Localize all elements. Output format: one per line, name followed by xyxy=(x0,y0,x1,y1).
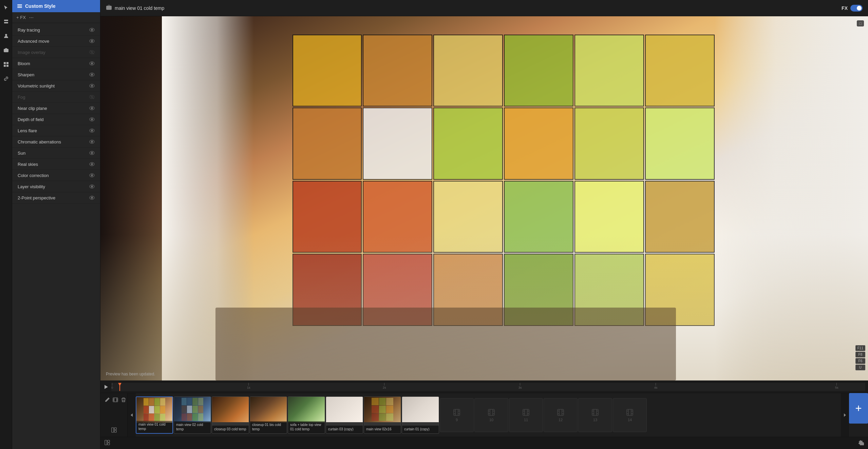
fx-item[interactable]: Layer visibility xyxy=(12,181,100,192)
fx-item-visibility-icon[interactable] xyxy=(89,173,95,178)
filmstrip-empty-slot[interactable]: 13 xyxy=(578,398,612,432)
filmstrip-empty-slot[interactable]: 9 xyxy=(440,398,474,432)
filmstrip-next-btn[interactable] xyxy=(841,393,849,437)
fx-item[interactable]: Volumetric sunlight xyxy=(12,80,100,92)
filmstrip-empty-slot[interactable]: 11 xyxy=(509,398,543,432)
list-item[interactable]: main view 02x16 xyxy=(364,396,401,434)
fx-item[interactable]: Lens flare xyxy=(12,125,100,136)
svg-point-37 xyxy=(91,152,93,154)
fx-item-visibility-icon[interactable] xyxy=(89,184,95,189)
fx-item-visibility-icon[interactable] xyxy=(89,139,95,144)
filmstrip-thumb xyxy=(250,397,287,422)
f8-key-btn[interactable]: F8 xyxy=(855,352,865,357)
filmstrip-thumb xyxy=(136,397,172,423)
u-key-btn[interactable]: U xyxy=(855,365,865,370)
fx-item[interactable]: Color correction xyxy=(12,170,100,181)
camera-topbar-icon xyxy=(106,4,112,12)
filmstrip-thumb xyxy=(212,397,249,422)
list-item[interactable]: curtain 01 (copy) xyxy=(402,396,439,434)
list-item[interactable]: closeup 01 bis cold temp xyxy=(250,396,287,434)
list-item[interactable]: closeup 03 cold temp xyxy=(212,396,249,434)
list-item[interactable]: curtain 03 (copy) xyxy=(326,396,363,434)
fx-item-label: Chromatic aberrations xyxy=(18,139,61,144)
fx-item[interactable]: Chromatic aberrations xyxy=(12,136,100,148)
filmstrip-thumb xyxy=(288,397,325,422)
fullscreen-corner-btn[interactable]: □ xyxy=(857,20,864,26)
add-scene-button[interactable] xyxy=(849,393,868,424)
list-item[interactable]: sofa + table top view 01 cold temp xyxy=(288,396,325,434)
filmstrip-bottom-icon xyxy=(102,426,126,434)
list-item[interactable]: main view 02 cold temp xyxy=(174,396,211,434)
filmstrip-empty-slot[interactable]: 12 xyxy=(544,398,578,432)
fx-item-visibility-icon[interactable] xyxy=(89,195,95,200)
camera-icon[interactable] xyxy=(1,45,11,55)
fx-item[interactable]: Fog xyxy=(12,92,100,103)
slot-number: 12 xyxy=(559,418,563,422)
add-fx-button[interactable]: + FX xyxy=(16,15,26,20)
fx-item-visibility-icon[interactable] xyxy=(89,61,95,66)
play-button[interactable] xyxy=(103,384,109,390)
svg-rect-81 xyxy=(558,409,564,415)
view-title: main view 01 cold temp xyxy=(115,5,842,11)
layers-icon[interactable] xyxy=(1,17,11,26)
fx-item[interactable]: Bloom xyxy=(12,58,100,69)
fx-item-label: Image overlay xyxy=(18,50,45,55)
svg-point-47 xyxy=(108,7,110,9)
link-icon[interactable] xyxy=(1,74,11,83)
fx-item-visibility-icon[interactable] xyxy=(89,72,95,77)
people-icon[interactable] xyxy=(1,31,11,41)
pencil-icon[interactable] xyxy=(105,397,110,403)
fx-toggle-switch[interactable] xyxy=(850,5,863,12)
timeline-bar: 0 1s 2s 3s 4s xyxy=(100,380,868,393)
fx-item[interactable]: 2-Point perspective xyxy=(12,192,100,203)
fx-item[interactable]: Image overlay xyxy=(12,47,100,58)
fx-item-visibility-icon[interactable] xyxy=(89,105,95,111)
fx-toolbar: + FX ⋯ xyxy=(12,12,100,23)
svg-point-33 xyxy=(91,130,93,132)
svg-point-2 xyxy=(5,34,7,36)
layout-icon[interactable] xyxy=(111,427,117,433)
filmstrip-prev-btn[interactable] xyxy=(128,393,136,437)
fx-item-label: Sharpen xyxy=(18,72,34,77)
fx-item[interactable]: Real skies xyxy=(12,159,100,170)
fx-item[interactable]: Ray tracing xyxy=(12,24,100,36)
svg-point-31 xyxy=(91,119,93,120)
cursor-icon[interactable] xyxy=(1,3,11,12)
fx-item[interactable]: Near clip plane xyxy=(12,103,100,114)
fx-item-visibility-icon[interactable] xyxy=(89,27,95,33)
preview-updated-text: Preview has been updated. xyxy=(106,372,155,376)
filmstrip-thumb xyxy=(326,397,363,422)
svg-point-29 xyxy=(91,108,93,109)
film-icon[interactable] xyxy=(113,397,118,403)
fx-item[interactable]: Advanced move xyxy=(12,36,100,47)
trash-icon[interactable] xyxy=(121,397,126,403)
slot-number: 10 xyxy=(489,418,493,422)
svg-rect-49 xyxy=(113,398,118,402)
settings-icon[interactable] xyxy=(858,440,864,446)
fx-item-visibility-icon[interactable] xyxy=(89,150,95,156)
grid-icon[interactable] xyxy=(1,60,11,69)
fx-item-visibility-icon[interactable] xyxy=(89,94,95,100)
svg-rect-104 xyxy=(108,440,110,442)
empty-slot-content: 9 xyxy=(453,408,461,422)
fx-menu-button[interactable]: ⋯ xyxy=(29,15,34,20)
filmstrip-empty-slot[interactable]: 14 xyxy=(613,398,647,432)
fx-item[interactable]: Depth of field xyxy=(12,114,100,125)
f11-key-btn[interactable]: F11 xyxy=(855,345,865,351)
fx-item-label: Real skies xyxy=(18,162,38,167)
fx-item-visibility-icon[interactable] xyxy=(89,50,95,55)
filmstrip-empty-slot[interactable]: 10 xyxy=(474,398,508,432)
f6-key-btn[interactable]: F6 xyxy=(855,358,865,364)
fx-item-visibility-icon[interactable] xyxy=(89,83,95,89)
fx-item-visibility-icon[interactable] xyxy=(89,161,95,167)
list-item[interactable]: main view 01 cold temp xyxy=(136,396,173,434)
fx-item-visibility-icon[interactable] xyxy=(89,117,95,122)
fx-item[interactable]: Sun xyxy=(12,148,100,159)
layout-toggle-icon[interactable] xyxy=(105,440,110,446)
timeline-ruler[interactable]: 0 1s 2s 3s 4s xyxy=(111,383,865,391)
svg-rect-8 xyxy=(6,65,8,67)
fx-item-visibility-icon[interactable] xyxy=(89,128,95,133)
empty-slot-content: 10 xyxy=(487,408,495,422)
fx-item[interactable]: Sharpen xyxy=(12,69,100,80)
fx-item-visibility-icon[interactable] xyxy=(89,38,95,44)
